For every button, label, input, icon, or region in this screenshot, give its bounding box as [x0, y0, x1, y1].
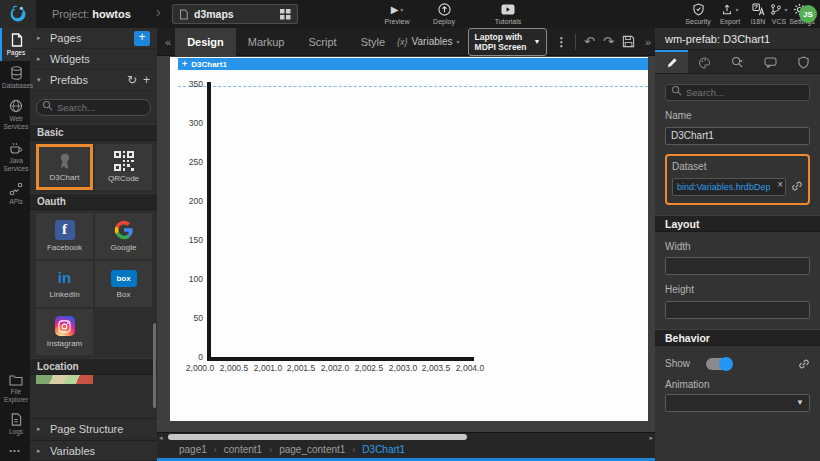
clear-binding-icon[interactable]: × [777, 179, 783, 190]
tab-styles[interactable] [688, 50, 721, 73]
prefab-tile-box[interactable]: box Box [95, 261, 152, 307]
prefab-tile-facebook[interactable]: f Facebook [36, 213, 93, 259]
pages-icon [10, 33, 23, 47]
breadcrumb: page1 › content1 › page_content1 › D3Cha… [157, 441, 655, 461]
google-icon [114, 220, 134, 240]
animation-select[interactable]: ▼ [665, 394, 810, 412]
prefab-tile-qrcode[interactable]: QRCode [95, 144, 152, 190]
save-icon[interactable] [622, 35, 635, 48]
tab-security[interactable] [787, 50, 820, 73]
left-panel: ▸ Pages + ▸ Widgets ▾ Prefabs ↻ + Basic … [30, 28, 157, 461]
more-icon[interactable]: ••• [0, 440, 30, 461]
tutorials-button[interactable]: Tutorials [486, 2, 530, 25]
preview-button[interactable]: ▶▾ Preview [376, 2, 418, 25]
prefab-group-oauth: Oauth [30, 193, 157, 210]
translate-icon [752, 3, 765, 16]
rail-item-file-explorer[interactable]: File Explorer [0, 369, 30, 408]
chevron-down-icon: ▾ [457, 38, 460, 45]
tab-markup[interactable]: Markup [236, 28, 297, 56]
rail-item-java-services[interactable]: Java Services [0, 136, 30, 177]
collapse-left-panel-icon[interactable]: « [161, 36, 175, 48]
sidebar-section-prefabs[interactable]: ▾ Prefabs ↻ + [30, 70, 157, 91]
page-selector[interactable]: d3maps [172, 4, 298, 24]
play-icon: ▶ [391, 4, 399, 15]
chevron-right-icon: › [156, 4, 161, 20]
redo-icon[interactable]: ↷ [603, 35, 614, 49]
refresh-prefabs-icon[interactable]: ↻ [127, 74, 137, 86]
scrollbar-thumb[interactable] [168, 434, 467, 440]
canvas-horizontal-scrollbar: ◂ ▸ [157, 432, 655, 441]
project-name: Project: howtos [52, 0, 131, 28]
folder-icon [9, 374, 23, 386]
property-search-input[interactable] [665, 84, 810, 101]
tab-messages[interactable] [754, 50, 787, 73]
rail-item-apis[interactable]: APIs [0, 177, 30, 210]
more-options-icon[interactable]: ⋮ [555, 35, 567, 49]
widget-selection-outline [178, 86, 648, 87]
award-icon [57, 152, 73, 170]
prefab-tile-map-partial[interactable] [36, 375, 93, 384]
prefab-tile-instagram[interactable]: Instagram [36, 309, 93, 355]
width-field[interactable] [665, 257, 810, 275]
app-logo-icon[interactable] [0, 0, 36, 28]
sidebar-section-pages[interactable]: ▸ Pages + [30, 28, 157, 49]
animation-label: Animation [665, 379, 810, 390]
prefab-search-input[interactable] [36, 99, 151, 116]
section-layout: Layout [655, 215, 820, 232]
prefab-tile-d3chart[interactable]: D3Chart [36, 144, 93, 190]
globe-icon [9, 99, 23, 113]
dataset-field[interactable] [672, 178, 786, 196]
user-avatar[interactable]: JS [799, 5, 817, 23]
sidebar-section-variables[interactable]: ▸ Variables [30, 440, 157, 461]
rail-item-web-services[interactable]: Web Services [0, 94, 30, 135]
y-tick-label: 350 [170, 79, 203, 89]
export-button[interactable]: ▾ Export [714, 2, 746, 25]
palette-icon [698, 57, 711, 69]
selected-widget-header[interactable]: + D3Chart1 [178, 58, 648, 70]
design-canvas[interactable]: + D3Chart1 350 300 250 200 150 100 50 0 … [170, 57, 648, 421]
show-toggle[interactable] [706, 358, 732, 370]
tab-design[interactable]: Design [175, 28, 236, 56]
sidebar-scrollbar[interactable] [153, 323, 156, 408]
add-prefab-icon[interactable]: + [143, 74, 150, 86]
sidebar-section-widgets[interactable]: ▸ Widgets [30, 49, 157, 70]
breadcrumb-d3chart1[interactable]: D3Chart1 [362, 444, 405, 455]
device-selector[interactable]: Laptop with MDPI Screen ▼ [468, 28, 548, 56]
breadcrumb-separator-icon: › [214, 445, 217, 455]
caret-down-icon: ▾ [37, 76, 44, 84]
move-icon: + [182, 59, 187, 69]
show-label: Show [665, 358, 690, 369]
name-label: Name [665, 110, 810, 121]
grid-icon[interactable] [280, 9, 291, 20]
undo-icon[interactable]: ↶ [584, 35, 595, 49]
top-bar: Project: howtos › d3maps ▶▾ Preview Depl… [0, 0, 820, 28]
y-tick-label: 150 [170, 235, 203, 245]
tab-inspect[interactable] [721, 50, 754, 73]
chat-bubble-icon [764, 57, 777, 68]
security-button[interactable]: Security [681, 2, 715, 25]
tab-properties[interactable] [655, 50, 688, 73]
tab-style[interactable]: Style [349, 28, 397, 56]
breadcrumb-page-content1[interactable]: page_content1 [279, 444, 345, 455]
sidebar-section-page-structure[interactable]: ▸ Page Structure [30, 418, 157, 439]
prefab-tile-linkedin[interactable]: in LinkedIn [36, 261, 93, 307]
name-field[interactable] [665, 127, 810, 145]
prefab-tile-google[interactable]: Google [95, 213, 152, 259]
search-icon [671, 85, 682, 96]
deploy-button[interactable]: Deploy [424, 2, 464, 25]
add-page-button[interactable]: + [134, 31, 150, 46]
expand-right-panel-icon[interactable]: » [643, 36, 651, 48]
chevron-down-icon: ▾ [400, 6, 403, 13]
bind-link-icon[interactable] [791, 180, 803, 192]
y-tick-label: 50 [170, 313, 203, 323]
tab-script[interactable]: Script [297, 28, 349, 56]
variables-button[interactable]: {x} Variables ▾ [397, 36, 459, 47]
rail-item-databases[interactable]: Databases [0, 61, 30, 94]
height-field[interactable] [665, 301, 810, 319]
breadcrumb-page1[interactable]: page1 [179, 444, 207, 455]
breadcrumb-content1[interactable]: content1 [224, 444, 262, 455]
bind-link-icon[interactable] [798, 358, 810, 370]
rail-item-logs[interactable]: Logs [0, 408, 30, 440]
rail-item-pages[interactable]: Pages [0, 28, 30, 61]
height-label: Height [665, 284, 810, 295]
